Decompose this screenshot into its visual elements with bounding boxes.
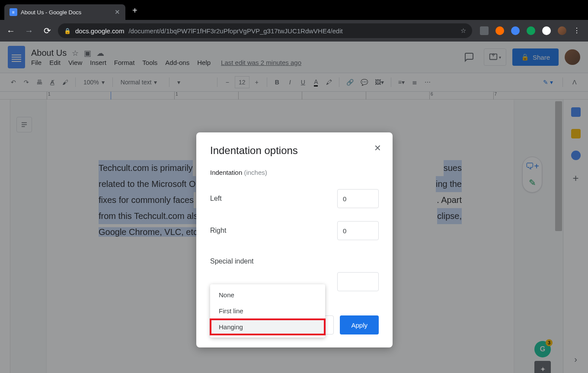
url-host: docs.google.com xyxy=(75,27,124,35)
close-dialog-button[interactable]: ✕ xyxy=(374,143,381,153)
dialog-title: Indentation options xyxy=(210,145,379,157)
lock-icon: 🔒 xyxy=(64,28,71,34)
browser-window: ⌄ ― ☐ ✕ ≡ About Us - Google Docs ✕ + ← →… xyxy=(0,0,588,373)
close-tab-icon[interactable]: ✕ xyxy=(115,8,120,16)
forward-button[interactable]: → xyxy=(22,23,36,38)
bookmark-star-icon[interactable]: ☆ xyxy=(460,27,466,35)
left-indent-input[interactable] xyxy=(337,189,379,208)
new-tab-button[interactable]: + xyxy=(132,6,137,16)
extension-icons: ⋮ xyxy=(476,26,585,35)
tab-strip: ≡ About Us - Google Docs ✕ + xyxy=(0,0,588,20)
profile-avatar-icon[interactable] xyxy=(558,26,566,35)
special-indent-label: Special indent xyxy=(210,257,379,265)
reload-button[interactable]: ⟳ xyxy=(40,23,54,38)
extensions-puzzle-icon[interactable] xyxy=(542,26,551,35)
google-docs-app: About Us ☆ ▣ ☁ File Edit View Insert For… xyxy=(0,42,588,373)
apply-button[interactable]: Apply xyxy=(340,315,379,334)
url-input[interactable]: 🔒 docs.google.com/document/d/1bqPW7lF1fH… xyxy=(58,23,472,38)
right-indent-row: Right xyxy=(210,221,379,240)
docs-favicon-icon: ≡ xyxy=(10,8,17,16)
extension-icon[interactable] xyxy=(480,26,489,35)
url-path: /document/d/1bqPW7lF1fHF3r2uPfoprVgPVP_g… xyxy=(128,27,342,35)
option-hanging[interactable]: Hanging xyxy=(210,319,325,335)
browser-tab[interactable]: ≡ About Us - Google Docs ✕ xyxy=(4,4,125,20)
option-first-line[interactable]: First line xyxy=(210,303,325,319)
extension-icon[interactable] xyxy=(495,26,504,35)
tab-title: About Us - Google Docs xyxy=(21,9,81,16)
indentation-section-label: Indentation (inches) xyxy=(210,169,379,176)
back-button[interactable]: ← xyxy=(3,23,18,38)
right-indent-label: Right xyxy=(210,227,226,235)
special-indent-value-input[interactable] xyxy=(337,272,379,291)
extension-icon[interactable] xyxy=(527,26,535,35)
special-indent-menu: None First line Hanging xyxy=(210,284,325,338)
left-indent-label: Left xyxy=(210,195,222,203)
option-none[interactable]: None xyxy=(210,287,325,303)
right-indent-input[interactable] xyxy=(337,221,379,240)
chrome-menu-icon[interactable]: ⋮ xyxy=(573,26,580,35)
extension-icon[interactable] xyxy=(511,26,520,35)
left-indent-row: Left xyxy=(210,189,379,208)
address-bar: ← → ⟳ 🔒 docs.google.com/document/d/1bqPW… xyxy=(0,20,588,42)
